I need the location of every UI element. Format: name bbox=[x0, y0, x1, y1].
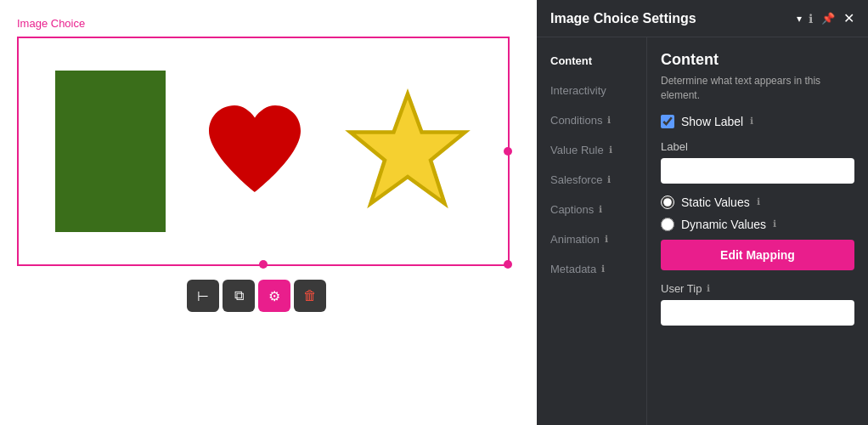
sidebar-item-captions[interactable]: Captions ℹ bbox=[537, 195, 646, 224]
toolbar: ⊢ ⧉ ⚙ 🗑 bbox=[187, 280, 520, 312]
sidebar-item-salesforce[interactable]: Salesforce ℹ bbox=[537, 165, 646, 195]
close-icon[interactable]: ✕ bbox=[843, 10, 854, 26]
show-label-checkbox[interactable] bbox=[661, 115, 674, 128]
pin-icon[interactable]: 📌 bbox=[821, 12, 835, 25]
sidebar-item-value-rule[interactable]: Value Rule ℹ bbox=[537, 135, 646, 165]
sidebar-item-content[interactable]: Content bbox=[537, 46, 646, 76]
show-label-text: Show Label bbox=[681, 115, 743, 128]
static-values-label: Static Values bbox=[681, 196, 750, 209]
sidebar-item-interactivity[interactable]: Interactivity bbox=[537, 76, 646, 105]
sidebar-item-metadata[interactable]: Metadata ℹ bbox=[537, 254, 646, 284]
panel-title: Image Choice Settings bbox=[550, 11, 790, 26]
static-values-info-icon[interactable]: ℹ bbox=[757, 196, 760, 207]
panel-header: Image Choice Settings ▾ ℹ 📌 ✕ bbox=[537, 0, 868, 37]
edit-mapping-button[interactable]: Edit Mapping bbox=[661, 240, 854, 270]
external-button[interactable]: ⧉ bbox=[223, 280, 255, 312]
metadata-info-icon: ℹ bbox=[601, 264, 605, 275]
conditions-info-icon: ℹ bbox=[607, 115, 611, 126]
animation-info-icon: ℹ bbox=[605, 234, 608, 245]
shape-heart bbox=[204, 96, 306, 207]
handle-right-mid[interactable] bbox=[504, 147, 512, 156]
label-input[interactable] bbox=[661, 158, 854, 184]
label-field-label: Label bbox=[661, 140, 854, 153]
sidebar-item-label: Conditions bbox=[550, 114, 602, 127]
sidebar-nav: Content Interactivity Conditions ℹ Value… bbox=[537, 37, 647, 425]
sidebar-item-label: Salesforce bbox=[550, 173, 602, 186]
static-values-row: Static Values ℹ bbox=[661, 196, 854, 209]
captions-info-icon: ℹ bbox=[599, 204, 602, 215]
dynamic-values-radio[interactable] bbox=[661, 218, 674, 231]
user-tip-input[interactable] bbox=[661, 300, 854, 326]
settings-icon: ⚙ bbox=[268, 288, 280, 304]
handle-bottom-right[interactable] bbox=[504, 260, 512, 269]
user-tip-label-row: User Tip ℹ bbox=[661, 282, 854, 295]
salesforce-info-icon: ℹ bbox=[607, 174, 611, 185]
handle-bottom-mid[interactable] bbox=[259, 260, 268, 269]
shape-rectangle bbox=[55, 71, 166, 232]
svg-marker-0 bbox=[351, 94, 465, 204]
right-panel: Image Choice Settings ▾ ℹ 📌 ✕ Content In… bbox=[537, 0, 868, 425]
shape-star bbox=[344, 88, 471, 215]
sidebar-item-label: Interactivity bbox=[550, 84, 606, 97]
sidebar-item-label: Animation bbox=[550, 233, 600, 246]
content-area: Content Determine what text appears in t… bbox=[647, 37, 868, 425]
align-button[interactable]: ⊢ bbox=[187, 280, 219, 312]
sidebar-item-label: Value Rule bbox=[550, 144, 604, 156]
show-label-info-icon[interactable]: ℹ bbox=[750, 116, 753, 127]
image-choice-label: Image Choice bbox=[17, 17, 520, 30]
left-panel: Image Choice ⊢ ⧉ ⚙ bbox=[0, 0, 537, 425]
sidebar-item-label: Captions bbox=[550, 203, 594, 216]
content-description: Determine what text appears in this elem… bbox=[661, 74, 854, 103]
dynamic-values-info-icon[interactable]: ℹ bbox=[773, 218, 776, 230]
user-tip-info-icon[interactable]: ℹ bbox=[707, 283, 710, 294]
chevron-down-icon[interactable]: ▾ bbox=[797, 13, 802, 25]
info-icon[interactable]: ℹ bbox=[809, 12, 813, 26]
show-label-row: Show Label ℹ bbox=[661, 115, 854, 128]
external-icon: ⧉ bbox=[234, 288, 244, 303]
panel-header-icons: ℹ 📌 ✕ bbox=[809, 10, 854, 26]
trash-icon: 🗑 bbox=[303, 288, 317, 303]
content-section-title: Content bbox=[661, 51, 854, 69]
sidebar-item-conditions[interactable]: Conditions ℹ bbox=[537, 105, 646, 135]
dynamic-values-row: Dynamic Values ℹ bbox=[661, 218, 854, 231]
panel-body: Content Interactivity Conditions ℹ Value… bbox=[537, 37, 868, 425]
sidebar-item-label: Content bbox=[550, 54, 592, 67]
settings-button[interactable]: ⚙ bbox=[258, 280, 290, 312]
sidebar-item-label: Metadata bbox=[550, 263, 596, 275]
static-values-radio[interactable] bbox=[661, 196, 674, 209]
align-icon: ⊢ bbox=[197, 288, 209, 304]
value-rule-info-icon: ℹ bbox=[609, 144, 612, 156]
sidebar-item-animation[interactable]: Animation ℹ bbox=[537, 224, 646, 254]
canvas-area bbox=[17, 37, 510, 266]
delete-button[interactable]: 🗑 bbox=[294, 280, 326, 312]
user-tip-text: User Tip bbox=[661, 282, 702, 295]
dynamic-values-label: Dynamic Values bbox=[681, 218, 766, 231]
